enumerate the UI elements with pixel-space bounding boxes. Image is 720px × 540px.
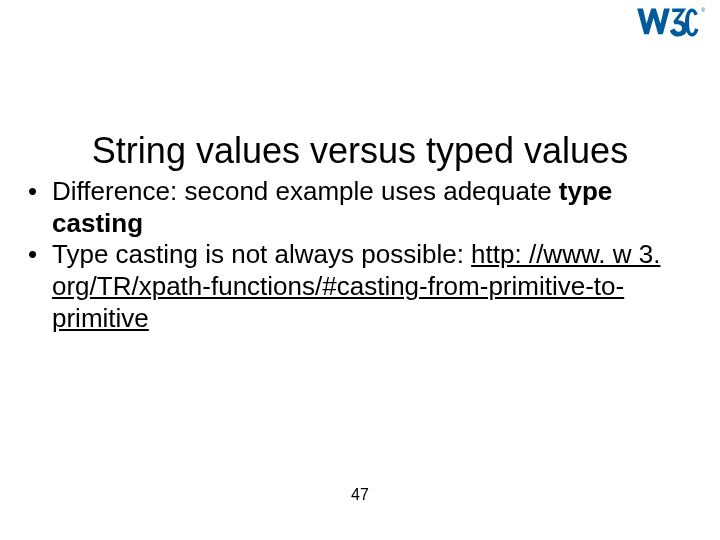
bullet-2-prefix: Type casting is not always possible: [52,239,471,269]
bullet-1-prefix: Difference: second example uses adequate [52,176,559,206]
bullet-item-2: Type casting is not always possible: htt… [22,239,680,334]
w3c-logo-icon: ® [636,6,706,46]
slide-content: Difference: second example uses adequate… [22,176,680,335]
svg-text:®: ® [701,7,705,13]
bullet-item-1: Difference: second example uses adequate… [22,176,680,239]
page-number: 47 [0,486,720,504]
slide-title: String values versus typed values [0,130,720,172]
